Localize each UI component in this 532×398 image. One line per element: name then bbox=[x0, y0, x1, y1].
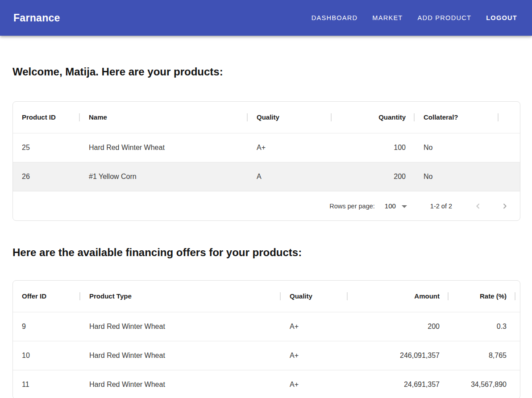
column-header-product-id: Product ID bbox=[13, 102, 80, 133]
table-cell: 100 bbox=[332, 133, 415, 162]
table-cell: A+ bbox=[281, 370, 348, 398]
table-cell: 0.3 bbox=[449, 312, 515, 341]
table-cell bbox=[499, 162, 520, 191]
table-cell: A bbox=[248, 162, 332, 191]
chevron-left-icon bbox=[473, 201, 482, 211]
table-row: 9 Hard Red Winter Wheat A+ 200 0.3 bbox=[13, 312, 520, 341]
table-cell: #1 Yellow Corn bbox=[80, 162, 248, 191]
products-table-card: Product ID Name Quality Quantity Collate… bbox=[12, 101, 520, 221]
nav-link-dashboard[interactable]: DASHBOARD bbox=[312, 14, 358, 21]
table-row: 26 #1 Yellow Corn A 200 No bbox=[13, 162, 520, 191]
brand-title: Farnance bbox=[13, 12, 60, 24]
column-header-collateral: Collateral? bbox=[415, 102, 499, 133]
main-content: Welcome, Matija. Here are your products:… bbox=[0, 65, 532, 398]
table-cell: 200 bbox=[348, 312, 449, 341]
offers-table-card: Offer ID Product Type Quality Amount Rat… bbox=[12, 280, 520, 398]
rows-per-page-value: 100 bbox=[385, 202, 396, 210]
table-cell bbox=[515, 341, 520, 370]
rows-per-page-select[interactable]: 100 bbox=[385, 202, 407, 210]
next-page-button[interactable] bbox=[500, 201, 510, 211]
table-row: 11 Hard Red Winter Wheat A+ 24,691,357 3… bbox=[13, 370, 520, 398]
column-header-rate: Rate (%) bbox=[449, 281, 515, 312]
offers-table: Offer ID Product Type Quality Amount Rat… bbox=[13, 281, 520, 398]
nav-link-add-product[interactable]: ADD PRODUCT bbox=[418, 14, 472, 21]
table-cell: 246,091,357 bbox=[348, 341, 449, 370]
column-header-offer-id: Offer ID bbox=[13, 281, 80, 312]
table-cell: 25 bbox=[13, 133, 80, 162]
table-cell: Hard Red Winter Wheat bbox=[80, 341, 281, 370]
table-cell: 24,691,357 bbox=[348, 370, 449, 398]
table-cell: No bbox=[415, 133, 499, 162]
table-cell bbox=[499, 133, 520, 162]
chevron-right-icon bbox=[500, 201, 510, 211]
column-header-name: Name bbox=[80, 102, 248, 133]
nav-link-market[interactable]: MARKET bbox=[372, 14, 403, 21]
column-header-spacer bbox=[515, 281, 520, 312]
table-cell: Hard Red Winter Wheat bbox=[80, 312, 281, 341]
rows-per-page-label: Rows per page: bbox=[329, 203, 375, 210]
table-cell: Hard Red Winter Wheat bbox=[80, 133, 248, 162]
products-table: Product ID Name Quality Quantity Collate… bbox=[13, 102, 520, 191]
table-cell bbox=[515, 370, 520, 398]
app-bar: Farnance DASHBOARD MARKET ADD PRODUCT LO… bbox=[0, 0, 532, 36]
table-cell: 26 bbox=[13, 162, 80, 191]
pagination-range: 1-2 of 2 bbox=[430, 203, 452, 210]
column-header-quantity: Quantity bbox=[332, 102, 415, 133]
nav-link-logout[interactable]: LOGOUT bbox=[486, 14, 517, 21]
products-header-row: Product ID Name Quality Quantity Collate… bbox=[13, 102, 520, 133]
nav-links: DASHBOARD MARKET ADD PRODUCT LOGOUT bbox=[297, 14, 517, 21]
table-row: 10 Hard Red Winter Wheat A+ 246,091,357 … bbox=[13, 341, 520, 370]
table-cell: No bbox=[415, 162, 499, 191]
column-header-product-type: Product Type bbox=[80, 281, 281, 312]
pagination: Rows per page: 100 1-2 of 2 bbox=[13, 191, 520, 220]
table-cell: 200 bbox=[332, 162, 415, 191]
column-header-spacer bbox=[499, 102, 520, 133]
table-cell: 11 bbox=[13, 370, 80, 398]
products-heading: Welcome, Matija. Here are your products: bbox=[12, 65, 520, 79]
table-cell: 9 bbox=[13, 312, 80, 341]
column-header-quality: Quality bbox=[248, 102, 332, 133]
offers-header-row: Offer ID Product Type Quality Amount Rat… bbox=[13, 281, 520, 312]
table-cell: 10 bbox=[13, 341, 80, 370]
offers-heading: Here are the available financing offers … bbox=[12, 245, 520, 260]
table-cell: Hard Red Winter Wheat bbox=[80, 370, 281, 398]
column-header-amount: Amount bbox=[348, 281, 449, 312]
table-cell: 8,765 bbox=[449, 341, 515, 370]
table-cell: 34,567,890 bbox=[449, 370, 515, 398]
table-cell: A+ bbox=[281, 312, 348, 341]
dropdown-arrow-icon bbox=[402, 205, 407, 208]
column-header-quality: Quality bbox=[281, 281, 348, 312]
table-row: 25 Hard Red Winter Wheat A+ 100 No bbox=[13, 133, 520, 162]
table-cell: A+ bbox=[248, 133, 332, 162]
table-cell: A+ bbox=[281, 341, 348, 370]
previous-page-button[interactable] bbox=[473, 201, 482, 211]
table-cell bbox=[515, 312, 520, 341]
